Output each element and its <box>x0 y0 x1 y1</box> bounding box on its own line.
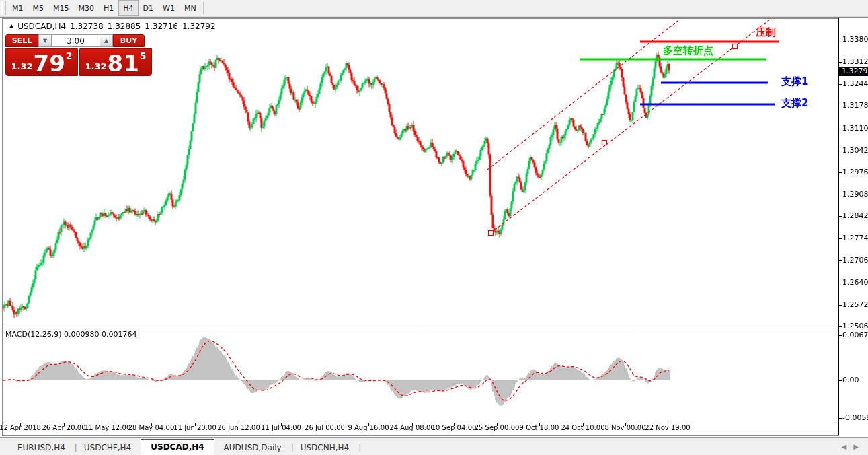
chart-tab[interactable]: USDCHF,H4 <box>75 440 141 455</box>
time-axis-label: 24 Oct 10:00 <box>561 424 604 431</box>
price-chart-canvas[interactable] <box>0 18 868 455</box>
price-axis-tick: 1.30420 <box>842 146 868 155</box>
date-label: 9 Aug 16:00 <box>348 424 389 431</box>
timeframe-label: MN <box>184 4 196 13</box>
time-axis-label: 25 Sep 00:00 <box>475 424 520 431</box>
chart-tab[interactable]: USDCAD,H4 <box>141 439 214 455</box>
sell-price-display[interactable]: 1.32 79 2 <box>5 48 78 76</box>
price-axis-tick: 1.28420 <box>842 211 868 220</box>
volume-increase-button[interactable]: ▲ <box>100 34 113 47</box>
chart-window: ▲ USDCAD,H4 1.32738 1.32885 1.32716 1.32… <box>0 18 868 437</box>
price-axis-tick: 1.29760 <box>842 168 868 176</box>
chart-tab[interactable]: EURUSD,H4 <box>8 440 75 455</box>
price-tick-label: 1.25060 <box>842 322 868 330</box>
price-tick-label: 1.27060 <box>842 256 868 265</box>
price-axis-tick: 1.27740 <box>842 234 868 242</box>
price-tick-label: 1.33120 <box>842 57 868 66</box>
buy-big-figure: 1.32 <box>85 61 106 71</box>
timeframe-button[interactable]: W1 <box>158 0 180 16</box>
chart-tab[interactable]: USDCNH,H4 <box>291 440 359 455</box>
time-axis-label: 28 May 04:00 <box>128 424 175 431</box>
tab-scroll-left-icon[interactable]: ◀ <box>842 443 847 450</box>
buy-pipette: 5 <box>140 50 147 61</box>
date-label: 8 Nov 00:00 <box>604 424 645 431</box>
buy-pips: 81 <box>108 53 139 73</box>
price-axis-tick: 1.31100 <box>842 124 868 133</box>
timeframe-label: W1 <box>163 4 175 13</box>
timeframe-button[interactable]: M5 <box>28 0 49 16</box>
level-label-2: 支撑1 <box>781 75 808 88</box>
tab-scroll-right-icon[interactable]: ▶ <box>853 443 859 450</box>
timeframe-label: M1 <box>12 4 24 13</box>
chart-tab-label: USDCNH,H4 <box>301 443 350 452</box>
date-label: 26 Jul 00:00 <box>305 424 345 431</box>
price-tick-label: 1.26400 <box>842 278 868 287</box>
time-axis-label: 10 Sep 04:00 <box>432 424 477 431</box>
time-axis-label: 24 Aug 08:00 <box>389 424 434 431</box>
timeframe-button[interactable]: H1 <box>99 0 118 16</box>
date-label: 12 Apr 2018 <box>0 424 41 431</box>
timeframe-label: M5 <box>33 4 44 13</box>
timeframe-button[interactable]: M15 <box>48 0 74 16</box>
macd-axis-tick: 0.00 <box>842 376 859 384</box>
chart-tab[interactable]: AUDUSD,Daily <box>214 440 291 455</box>
time-axis-label: 9 Aug 16:00 <box>348 424 389 431</box>
price-axis-tick: 1.33120 <box>842 57 868 66</box>
timeframe-button[interactable]: H4 <box>118 0 138 16</box>
time-axis-label: 11 May 12:00 <box>85 424 131 431</box>
date-label: 9 Oct 18:00 <box>520 424 559 431</box>
toolbar-grip-icon[interactable] <box>1 1 6 15</box>
toolbar-separator <box>203 1 204 15</box>
chart-tab-label: USDCAD,H4 <box>151 442 204 452</box>
level-label-3: 支撑2 <box>781 97 808 110</box>
macd-axis-tick: 0.006718 <box>842 330 868 339</box>
macd-tick-label: 0.006718 <box>842 330 868 339</box>
timeframe-label: D1 <box>143 4 153 13</box>
price-tick-label: 1.29080 <box>842 190 868 199</box>
price-axis-tick: 1.26400 <box>842 278 868 287</box>
mt4-window: M1M5M15M30H1H4D1W1MN ▲ USDCAD,H4 1.32738… <box>0 0 868 455</box>
sell-pipette: 2 <box>66 50 73 61</box>
price-axis-tick: 1.27060 <box>842 256 868 265</box>
price-tick-label: 1.30420 <box>842 146 868 155</box>
timeframe-button[interactable]: D1 <box>139 0 158 16</box>
level-label-1: 多空转折点 <box>663 44 713 57</box>
macd-indicator-label: MACD(12,26,9) 0.000980 0.001764 <box>5 330 137 339</box>
time-axis-label: 26 Jun 12:00 <box>217 424 260 431</box>
time-axis-label: 8 Nov 00:00 <box>604 424 645 431</box>
close-value: 1.32792 <box>182 22 216 31</box>
timeframe-button[interactable]: MN <box>180 0 201 16</box>
timeframe-label: H1 <box>104 4 114 13</box>
time-axis-label: 12 Apr 2018 <box>0 424 41 431</box>
price-tick-label: 1.25720 <box>842 300 868 309</box>
time-axis-label: 26 Jul 00:00 <box>305 424 345 431</box>
symbol-period-label: USDCAD,H4 <box>17 22 66 31</box>
date-label: 25 Sep 00:00 <box>475 424 520 431</box>
timeframe-button[interactable]: M30 <box>74 0 100 16</box>
chart-tab-label: USDCHF,H4 <box>84 443 131 452</box>
time-axis-label: 26 Apr 20:00 <box>42 424 85 431</box>
time-axis-label: 11 Jul 04:00 <box>261 424 301 431</box>
timeframe-label: H4 <box>123 4 133 13</box>
time-axis-label: 9 Oct 18:00 <box>520 424 559 431</box>
macd-tick-label: -0.005925 <box>842 413 868 422</box>
buy-button[interactable]: BUY <box>113 34 145 47</box>
price-tick-label: 1.33800 <box>842 35 868 44</box>
price-tick-label: 1.27740 <box>842 234 868 242</box>
level-label-0: 压制 <box>756 26 776 39</box>
low-value: 1.32716 <box>145 22 178 31</box>
date-label: 22 Nov 19:00 <box>645 424 690 431</box>
price-axis-tick: 1.31780 <box>842 101 868 110</box>
timeframe-label: M30 <box>79 4 95 13</box>
sell-button[interactable]: SELL <box>5 34 38 47</box>
sell-big-figure: 1.32 <box>11 61 32 71</box>
volume-decrease-button[interactable]: ▼ <box>38 34 52 47</box>
buy-price-display[interactable]: 1.32 81 5 <box>79 48 152 76</box>
date-label: 11 May 12:00 <box>85 424 131 431</box>
collapse-panel-icon[interactable]: ▲ <box>9 23 13 29</box>
volume-input[interactable] <box>52 34 100 47</box>
high-value: 1.32885 <box>108 22 141 31</box>
date-label: 10 Sep 04:00 <box>432 424 477 431</box>
current-price-badge: 1.32792 <box>838 67 868 76</box>
timeframe-button[interactable]: M1 <box>7 0 28 16</box>
